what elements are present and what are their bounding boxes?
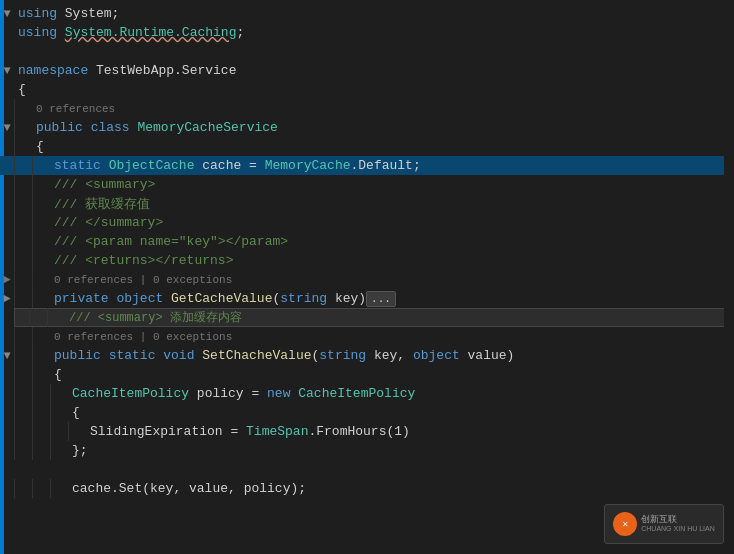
indent-guide xyxy=(14,137,32,156)
line[interactable]: 0 references | 0 exceptions xyxy=(0,327,734,346)
token: ( xyxy=(272,291,280,306)
indent-guide xyxy=(14,99,32,118)
line-code: private object GetCacheValue(string key)… xyxy=(50,291,734,307)
token: .Default; xyxy=(351,158,421,173)
line-code: /// 获取缓存值 xyxy=(50,195,734,213)
token: using xyxy=(18,25,57,40)
line-gutter[interactable]: ▼ xyxy=(0,121,14,135)
indent-guide xyxy=(50,403,68,422)
line[interactable]: { xyxy=(0,80,734,99)
indent-guide xyxy=(32,403,50,422)
indent-guide xyxy=(29,308,47,327)
indent-guide xyxy=(14,289,32,308)
token: TimeSpan xyxy=(246,424,308,439)
token: { xyxy=(18,82,26,97)
line-code: cache.Set(key, value, policy); xyxy=(68,481,734,496)
line[interactable]: { xyxy=(0,403,734,422)
token: CacheItemPolicy xyxy=(72,386,189,401)
watermark: ✕ 创新互联 CHUANG XIN HU LIAN xyxy=(604,504,724,544)
indent-guide xyxy=(14,175,32,194)
indent-guide xyxy=(32,194,50,213)
token: new xyxy=(267,386,290,401)
indent-guide xyxy=(14,384,32,403)
line-code: /// </summary> xyxy=(50,215,734,230)
indent-guide xyxy=(68,422,86,441)
token: object xyxy=(116,291,163,306)
watermark-line1: 创新互联 xyxy=(641,514,715,525)
line[interactable]: CacheItemPolicy policy = new CacheItemPo… xyxy=(0,384,734,403)
token: key, xyxy=(366,348,413,363)
line[interactable]: static ObjectCache cache = MemoryCache.D… xyxy=(0,156,734,175)
indent-guide xyxy=(14,270,32,289)
line[interactable]: 0 references xyxy=(0,99,734,118)
line-gutter[interactable]: ► xyxy=(0,273,14,287)
indent-guide xyxy=(14,422,32,441)
indent-guide xyxy=(50,384,68,403)
line[interactable] xyxy=(0,460,734,479)
line[interactable] xyxy=(0,42,734,61)
token: MemoryCache xyxy=(265,158,351,173)
token xyxy=(57,25,65,40)
line-code: /// <param name="key"></param> xyxy=(50,234,734,249)
indent-guide xyxy=(32,156,50,175)
line[interactable]: /// <summary> 添加缓存内容 xyxy=(14,308,734,327)
token: public xyxy=(36,120,83,135)
ref-label: 0 references xyxy=(36,103,115,115)
token: CacheItemPolicy xyxy=(298,386,415,401)
token: MemoryCacheService xyxy=(137,120,277,135)
indent-guide xyxy=(14,213,32,232)
line[interactable]: /// <param name="key"></param> xyxy=(0,232,734,251)
indent-guide xyxy=(32,232,50,251)
line-code: CacheItemPolicy policy = new CacheItemPo… xyxy=(68,386,734,401)
line-code: namespace TestWebApp.Service xyxy=(14,63,734,78)
line[interactable]: /// <returns></returns> xyxy=(0,251,734,270)
line-gutter[interactable]: ▼ xyxy=(0,349,14,363)
ref-label: 0 references | 0 exceptions xyxy=(54,274,232,286)
line[interactable]: using System.Runtime.Caching; xyxy=(0,23,734,42)
line-code: using System; xyxy=(14,6,734,21)
indent-guide xyxy=(32,346,50,365)
token: TestWebApp.Service xyxy=(88,63,236,78)
line[interactable]: { xyxy=(0,137,734,156)
line-code: { xyxy=(32,139,734,154)
line[interactable]: cache.Set(key, value, policy); xyxy=(0,479,734,498)
indent-guide xyxy=(32,441,50,460)
indent-guide xyxy=(32,289,50,308)
line[interactable]: ▼namespace TestWebApp.Service xyxy=(0,61,734,80)
line[interactable]: { xyxy=(0,365,734,384)
token: SlidingExpiration = xyxy=(90,424,246,439)
line-gutter[interactable]: ▼ xyxy=(0,64,14,78)
ref-label: 0 references | 0 exceptions xyxy=(54,331,232,343)
line[interactable]: }; xyxy=(0,441,734,460)
indent-guide xyxy=(32,213,50,232)
ellipsis-button[interactable]: ... xyxy=(366,291,396,307)
indent-guide xyxy=(32,479,50,498)
indent-guide xyxy=(32,327,50,346)
token xyxy=(101,158,109,173)
code-content: ▼using System;using System.Runtime.Cachi… xyxy=(0,0,734,502)
line-code: public class MemoryCacheService xyxy=(32,120,734,135)
indent-guide xyxy=(50,422,68,441)
token: string xyxy=(280,291,327,306)
scrollbar[interactable] xyxy=(724,0,734,554)
indent-guide xyxy=(14,118,32,137)
line[interactable]: ▼using System; xyxy=(0,4,734,23)
token: policy = xyxy=(189,386,267,401)
token: namespace xyxy=(18,63,88,78)
line[interactable]: ►0 references | 0 exceptions xyxy=(0,270,734,289)
line-gutter[interactable]: ▼ xyxy=(0,7,14,21)
line[interactable]: /// </summary> xyxy=(0,213,734,232)
line[interactable]: ▼public class MemoryCacheService xyxy=(0,118,734,137)
indent-guide xyxy=(47,308,65,327)
line[interactable]: SlidingExpiration = TimeSpan.FromHours(1… xyxy=(0,422,734,441)
line-code: /// <returns></returns> xyxy=(50,253,734,268)
indent-guide xyxy=(14,365,32,384)
line[interactable]: /// 获取缓存值 xyxy=(0,194,734,213)
line[interactable]: /// <summary> xyxy=(0,175,734,194)
token: .FromHours(1) xyxy=(308,424,409,439)
token: ObjectCache xyxy=(109,158,195,173)
line[interactable]: ►private object GetCacheValue(string key… xyxy=(0,289,734,308)
line[interactable]: ▼public static void SetChacheValue(strin… xyxy=(0,346,734,365)
line-gutter[interactable]: ► xyxy=(0,292,14,306)
code-editor: ▼using System;using System.Runtime.Cachi… xyxy=(0,0,734,554)
